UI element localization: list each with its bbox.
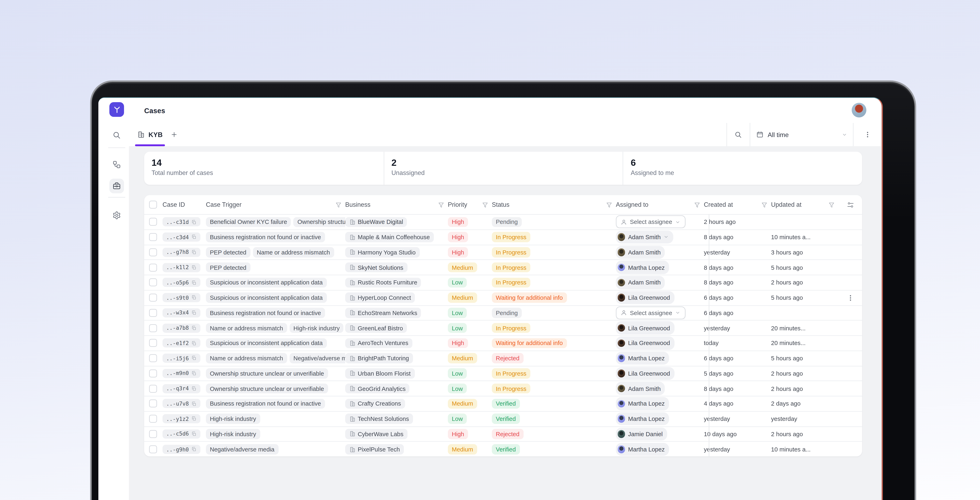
table-row[interactable]: ..-i5j6 Name or address mismatchNegative… — [144, 351, 862, 366]
sidebar-item-cases[interactable] — [109, 179, 124, 193]
table-search-button[interactable] — [727, 123, 750, 146]
assignee-pill[interactable]: Lila Greenwood — [616, 291, 674, 304]
table-row[interactable]: ..-k1l2 PEP detected SkyNet Solutions Me… — [144, 260, 862, 275]
case-id-badge[interactable]: ..-g9h0 — [162, 445, 200, 454]
case-id-badge[interactable]: ..-c5d6 — [162, 430, 200, 439]
select-all-checkbox[interactable] — [149, 201, 157, 209]
row-checkbox[interactable] — [149, 248, 157, 256]
case-id-badge[interactable]: ..-w3x4 — [162, 308, 200, 318]
row-checkbox[interactable] — [149, 445, 157, 453]
assignee-pill[interactable]: Martha Lopez — [616, 443, 669, 456]
case-id-badge[interactable]: ..-m9n0 — [162, 369, 200, 378]
row-checkbox[interactable] — [149, 324, 157, 332]
assignee-pill[interactable]: Lila Greenwood — [616, 367, 674, 380]
business-chip[interactable]: BlueWave Digital — [345, 217, 407, 227]
case-id-badge[interactable]: ..-i5j6 — [162, 354, 200, 363]
tab-kyb[interactable]: KYB — [135, 123, 165, 146]
assignee-pill[interactable]: Martha Lopez — [616, 397, 669, 410]
row-checkbox[interactable] — [149, 369, 157, 377]
table-row[interactable]: ..-m9n0 Ownership structure unclear or u… — [144, 366, 862, 381]
assignee-pill[interactable]: Martha Lopez — [616, 261, 669, 274]
table-row[interactable]: ..-g7h8 PEP detectedName or address mism… — [144, 245, 862, 260]
sidebar-item-search[interactable] — [109, 128, 124, 142]
case-id-badge[interactable]: ..-u7v8 — [162, 399, 200, 408]
table-options-button[interactable] — [853, 123, 881, 146]
business-chip[interactable]: Rustic Roots Furniture — [345, 278, 421, 288]
filter-button-assignee[interactable] — [694, 202, 700, 208]
business-chip[interactable]: GeoGrid Analytics — [345, 383, 410, 394]
business-chip[interactable]: HyperLoop Connect — [345, 292, 415, 303]
assignee-pill[interactable]: Adam Smith — [616, 246, 665, 259]
business-chip[interactable]: Maple & Main Coffeehouse — [345, 232, 434, 242]
row-checkbox[interactable] — [149, 385, 157, 393]
select-assignee-button[interactable]: Select assignee — [616, 216, 685, 228]
table-row[interactable]: ..-u7v8 Business registration not found … — [144, 396, 862, 412]
table-row[interactable]: ..-q3r4 Ownership structure unclear or u… — [144, 381, 862, 396]
table-row[interactable]: ..-c5d6 High-risk industry CyberWave Lab… — [144, 427, 862, 442]
table-row[interactable]: ..-y1z2 High-risk industry TechNest Solu… — [144, 412, 862, 427]
table-row[interactable]: ..-c31d Beneficial Owner KYC failureOwne… — [144, 215, 862, 230]
add-tab-button[interactable] — [165, 123, 183, 146]
case-id-badge[interactable]: ..-a7b8 — [162, 323, 200, 332]
case-id-badge[interactable]: ..-s9t0 — [162, 293, 200, 302]
row-checkbox[interactable] — [149, 430, 157, 438]
business-chip[interactable]: AeroTech Ventures — [345, 338, 412, 348]
row-checkbox[interactable] — [149, 354, 157, 362]
row-checkbox[interactable] — [149, 264, 157, 272]
app-logo[interactable] — [109, 102, 124, 117]
row-checkbox[interactable] — [149, 400, 157, 407]
assignee-pill[interactable]: Adam Smith — [616, 231, 673, 244]
filter-button-created[interactable] — [761, 202, 767, 208]
assignee-pill[interactable]: Lila Greenwood — [616, 321, 674, 335]
filter-button-status[interactable] — [606, 202, 612, 208]
table-row[interactable]: ..-e1f2 Suspicious or inconsistent appli… — [144, 336, 862, 351]
business-chip[interactable]: BrightPath Tutoring — [345, 353, 413, 363]
filter-button-trigger[interactable] — [336, 202, 342, 208]
table-row[interactable]: ..-a7b8 Name or address mismatchHigh-ris… — [144, 321, 862, 336]
select-assignee-button[interactable]: Select assignee — [616, 307, 685, 319]
business-chip[interactable]: Harmony Yoga Studio — [345, 247, 420, 257]
case-id-badge[interactable]: ..-o5p6 — [162, 278, 200, 287]
row-checkbox[interactable] — [149, 339, 157, 347]
case-id-badge[interactable]: ..-c3d4 — [162, 232, 200, 242]
business-chip[interactable]: Urban Bloom Florist — [345, 368, 415, 379]
assignee-pill[interactable]: Martha Lopez — [616, 412, 669, 426]
sidebar-item-settings[interactable] — [109, 208, 124, 223]
case-id-badge[interactable]: ..-g7h8 — [162, 248, 200, 257]
filter-button-updated[interactable] — [829, 202, 835, 208]
business-chip[interactable]: GreenLeaf Bistro — [345, 323, 407, 333]
business-chip[interactable]: Crafty Creations — [345, 399, 405, 409]
user-avatar[interactable] — [852, 103, 866, 117]
business-chip[interactable]: SkyNet Solutions — [345, 262, 407, 273]
date-range-filter[interactable]: All time — [750, 123, 853, 146]
case-id-badge[interactable]: ..-c31d — [162, 217, 200, 227]
row-checkbox[interactable] — [149, 233, 157, 241]
table-row[interactable]: ..-s9t0 Suspicious or inconsistent appli… — [144, 291, 862, 305]
filter-button-priority[interactable] — [482, 202, 488, 208]
table-row[interactable]: ..-g9h0 Negative/adverse media PixelPuls… — [144, 442, 862, 456]
business-chip[interactable]: CyberWave Labs — [345, 429, 407, 439]
assignee-pill[interactable]: Lila Greenwood — [616, 337, 674, 350]
business-chip[interactable]: PixelPulse Tech — [345, 444, 404, 455]
case-id-badge[interactable]: ..-q3r4 — [162, 384, 200, 393]
business-chip[interactable]: TechNest Solutions — [345, 414, 413, 424]
business-chip[interactable]: EchoStream Networks — [345, 308, 421, 318]
row-menu-button[interactable] — [846, 294, 854, 301]
assignee-pill[interactable]: Adam Smith — [616, 382, 665, 395]
row-checkbox[interactable] — [149, 278, 157, 286]
row-checkbox[interactable] — [149, 218, 157, 226]
table-row[interactable]: ..-c3d4 Business registration not found … — [144, 230, 862, 245]
sidebar-item-workflow[interactable] — [109, 157, 124, 172]
filter-button-business[interactable] — [438, 202, 444, 208]
assignee-pill[interactable]: Adam Smith — [616, 276, 665, 289]
row-checkbox[interactable] — [149, 294, 157, 302]
column-settings-button[interactable] — [846, 201, 854, 208]
case-id-badge[interactable]: ..-e1f2 — [162, 339, 200, 348]
assignee-pill[interactable]: Martha Lopez — [616, 352, 669, 365]
row-checkbox[interactable] — [149, 309, 157, 317]
case-id-badge[interactable]: ..-y1z2 — [162, 414, 200, 423]
case-id-badge[interactable]: ..-k1l2 — [162, 263, 200, 272]
assignee-pill[interactable]: Jamie Daniel — [616, 427, 667, 441]
table-row[interactable]: ..-o5p6 Suspicious or inconsistent appli… — [144, 275, 862, 291]
row-checkbox[interactable] — [149, 415, 157, 423]
